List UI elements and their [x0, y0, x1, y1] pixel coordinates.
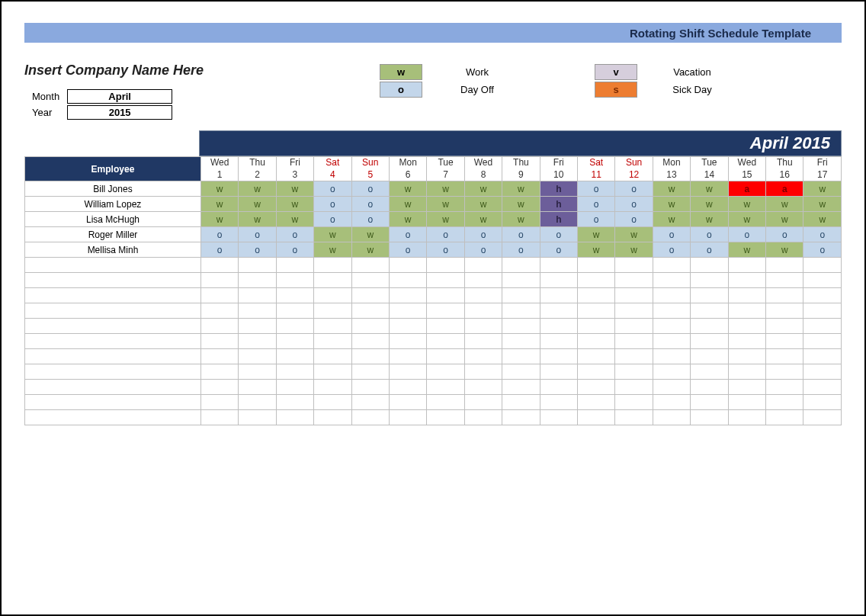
shift-cell[interactable]: w [578, 242, 615, 258]
shift-cell[interactable] [276, 303, 313, 319]
shift-cell[interactable] [540, 395, 577, 410]
employee-name-cell[interactable] [25, 349, 201, 364]
shift-cell[interactable] [389, 273, 426, 288]
shift-cell[interactable] [803, 258, 842, 273]
shift-cell[interactable] [239, 273, 276, 288]
employee-name-cell[interactable] [25, 273, 201, 288]
shift-cell[interactable] [691, 364, 728, 380]
shift-cell[interactable]: w [351, 227, 389, 242]
shift-cell[interactable]: o [200, 227, 238, 242]
shift-cell[interactable]: w [200, 181, 238, 197]
shift-cell[interactable] [464, 319, 502, 334]
shift-cell[interactable] [200, 273, 238, 288]
shift-cell[interactable] [615, 334, 653, 349]
shift-cell[interactable] [502, 319, 540, 334]
shift-cell[interactable] [314, 303, 351, 319]
shift-cell[interactable]: h [540, 212, 577, 227]
shift-cell[interactable] [276, 410, 313, 425]
shift-cell[interactable]: w [502, 212, 540, 227]
shift-cell[interactable]: o [351, 212, 389, 227]
shift-cell[interactable]: w [766, 212, 803, 227]
shift-cell[interactable] [766, 258, 803, 273]
shift-cell[interactable]: o [351, 181, 389, 197]
shift-cell[interactable] [389, 395, 426, 410]
shift-cell[interactable] [653, 395, 690, 410]
employee-name-cell[interactable] [25, 303, 201, 319]
shift-cell[interactable]: w [502, 197, 540, 212]
shift-cell[interactable] [314, 349, 351, 364]
shift-cell[interactable] [803, 410, 842, 425]
shift-cell[interactable] [502, 364, 540, 380]
shift-cell[interactable] [389, 349, 426, 364]
shift-cell[interactable] [615, 349, 653, 364]
shift-cell[interactable] [427, 364, 464, 380]
year-input[interactable]: 2015 [67, 105, 172, 120]
shift-cell[interactable] [540, 349, 577, 364]
shift-cell[interactable]: w [803, 197, 842, 212]
shift-cell[interactable] [200, 319, 238, 334]
shift-cell[interactable] [766, 410, 803, 425]
shift-cell[interactable] [540, 288, 577, 303]
shift-cell[interactable] [351, 303, 389, 319]
shift-cell[interactable] [766, 380, 803, 395]
shift-cell[interactable]: w [464, 181, 502, 197]
shift-cell[interactable] [464, 364, 502, 380]
shift-cell[interactable]: w [578, 227, 615, 242]
shift-cell[interactable] [351, 380, 389, 395]
shift-cell[interactable] [427, 349, 464, 364]
shift-cell[interactable] [427, 395, 464, 410]
employee-name-cell[interactable] [25, 288, 201, 303]
shift-cell[interactable] [427, 410, 464, 425]
shift-cell[interactable] [728, 334, 765, 349]
employee-name-cell[interactable]: Bill Jones [25, 181, 201, 197]
shift-cell[interactable]: w [502, 181, 540, 197]
shift-cell[interactable] [578, 273, 615, 288]
shift-cell[interactable]: o [540, 227, 577, 242]
shift-cell[interactable] [464, 410, 502, 425]
shift-cell[interactable] [803, 334, 842, 349]
shift-cell[interactable] [351, 319, 389, 334]
shift-cell[interactable] [766, 288, 803, 303]
shift-cell[interactable]: a [728, 181, 765, 197]
shift-cell[interactable] [653, 273, 690, 288]
shift-cell[interactable] [314, 334, 351, 349]
shift-cell[interactable] [615, 319, 653, 334]
shift-cell[interactable] [427, 334, 464, 349]
shift-cell[interactable] [464, 288, 502, 303]
shift-cell[interactable] [276, 258, 313, 273]
shift-cell[interactable]: w [200, 212, 238, 227]
shift-cell[interactable]: w [389, 181, 426, 197]
shift-cell[interactable]: w [615, 242, 653, 258]
shift-cell[interactable] [653, 288, 690, 303]
shift-cell[interactable] [766, 334, 803, 349]
shift-cell[interactable]: o [803, 227, 842, 242]
employee-name-cell[interactable] [25, 380, 201, 395]
shift-cell[interactable] [653, 410, 690, 425]
shift-cell[interactable] [578, 410, 615, 425]
shift-cell[interactable] [351, 395, 389, 410]
shift-cell[interactable] [239, 258, 276, 273]
month-input[interactable]: April [67, 89, 172, 104]
shift-cell[interactable]: o [427, 227, 464, 242]
shift-cell[interactable] [389, 380, 426, 395]
shift-cell[interactable] [578, 364, 615, 380]
shift-cell[interactable] [239, 380, 276, 395]
shift-cell[interactable] [691, 273, 728, 288]
shift-cell[interactable]: w [239, 212, 276, 227]
shift-cell[interactable]: o [502, 227, 540, 242]
shift-cell[interactable] [276, 364, 313, 380]
shift-cell[interactable] [728, 410, 765, 425]
shift-cell[interactable] [314, 410, 351, 425]
shift-cell[interactable] [691, 334, 728, 349]
shift-cell[interactable]: w [314, 227, 351, 242]
shift-cell[interactable] [653, 334, 690, 349]
shift-cell[interactable]: w [239, 181, 276, 197]
shift-cell[interactable] [803, 364, 842, 380]
shift-cell[interactable] [427, 319, 464, 334]
shift-cell[interactable]: w [351, 242, 389, 258]
shift-cell[interactable] [653, 303, 690, 319]
shift-cell[interactable] [615, 380, 653, 395]
shift-cell[interactable] [540, 258, 577, 273]
shift-cell[interactable] [427, 273, 464, 288]
shift-cell[interactable]: o [464, 242, 502, 258]
